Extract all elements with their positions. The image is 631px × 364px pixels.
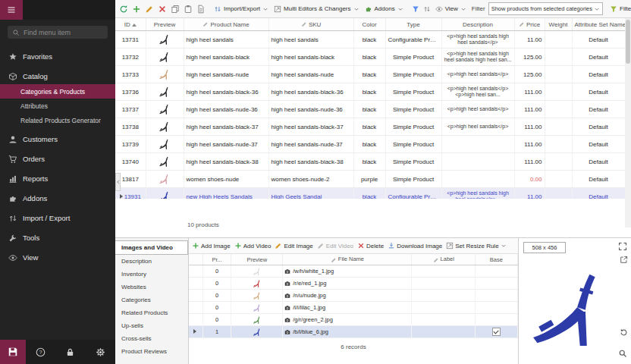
sidebar-item-orders[interactable]: Orders <box>0 151 115 167</box>
sidebar-item-customers[interactable]: Customers <box>0 131 115 147</box>
column-label: Type <box>407 21 419 28</box>
table-row[interactable]: 13739high heel sandals-nude-37high heel … <box>115 136 625 153</box>
edit-product-button[interactable] <box>143 3 155 15</box>
lock-button[interactable] <box>55 347 85 357</box>
download-image-button[interactable]: Download Image <box>388 242 442 249</box>
media-column-header-label[interactable]: Label <box>412 254 476 265</box>
refresh-button[interactable] <box>118 3 130 15</box>
edit-image-button[interactable]: Edit Image <box>275 242 312 249</box>
addons-dropdown[interactable]: Addons <box>363 4 406 14</box>
panel-collapse-handle[interactable] <box>115 173 121 191</box>
tab-images-and-video[interactable]: Images and Video <box>115 240 188 255</box>
sidebar-item-catalog[interactable]: Catalog <box>0 68 115 84</box>
copy-button[interactable] <box>169 3 181 15</box>
filter-quick-button[interactable] <box>410 4 421 14</box>
column-header-product-name[interactable]: Product Name <box>184 18 268 31</box>
scrollbar-handle[interactable] <box>626 20 630 64</box>
settings-button[interactable] <box>86 347 115 357</box>
filters-button[interactable]: Filters <box>607 4 631 14</box>
add-product-button[interactable] <box>130 3 143 15</box>
selected-row-marker <box>193 329 196 334</box>
add-video-button[interactable]: Add Video <box>234 242 272 249</box>
table-row[interactable]: 13736high heel sandals-black-36high heel… <box>115 83 625 101</box>
column-header-type[interactable]: Type <box>385 18 441 31</box>
cell-type: Simple Product <box>393 106 434 113</box>
menu-toggle-button[interactable] <box>0 0 23 20</box>
media-column-header-file-name[interactable]: File Name <box>283 254 412 265</box>
zoom-icon[interactable] <box>618 349 627 358</box>
import-export-dropdown[interactable]: Import/Export <box>212 4 271 14</box>
column-header-color[interactable]: Color <box>353 18 385 31</box>
table-row[interactable]: 13733high heel sandals-nudehigh heel san… <box>115 66 625 83</box>
tab-description[interactable]: Description <box>115 255 188 268</box>
column-header-preview[interactable]: Preview <box>146 18 184 31</box>
tab-cross-sells[interactable]: Cross-sells <box>115 332 188 345</box>
tab-categories[interactable]: Categories <box>115 293 188 306</box>
image-preview-panel: 508 x 456 <box>518 237 631 364</box>
cell-attribute-set: Default <box>589 141 607 148</box>
chevron-down-icon <box>501 243 507 249</box>
view-dropdown[interactable]: View <box>433 4 469 14</box>
tab-inventory[interactable]: Inventory <box>115 268 188 281</box>
base-checkbox[interactable] <box>492 328 501 336</box>
media-column-header-base[interactable]: Base <box>476 254 518 265</box>
table-row[interactable]: 13740high heel sandals-black-38high heel… <box>115 153 625 171</box>
sidebar-item-tools[interactable]: Tools <box>0 230 115 246</box>
save-button[interactable] <box>0 340 26 364</box>
open-external-icon[interactable] <box>620 256 628 264</box>
table-row[interactable]: 13737high heel sandals-nude-36high heel … <box>115 101 625 118</box>
table-row[interactable]: 13817women shoes-nudewomen shoes-nude-2p… <box>115 171 625 188</box>
rotate-icon[interactable] <box>620 328 628 337</box>
sidebar-item-favorites[interactable]: Favorites <box>0 49 115 64</box>
column-header-weight[interactable]: Weight <box>545 18 572 31</box>
sidebar-item-reports[interactable]: Reports <box>0 171 115 187</box>
table-row[interactable]: 13732high heel sandals-blackhigh heel sa… <box>115 49 625 66</box>
table-row[interactable]: 13738high heel sandals-black-37high heel… <box>115 118 625 136</box>
media-thumbnail-icon <box>253 291 262 300</box>
table-row[interactable]: 13931new High Heels SandalsHigh Geels Sa… <box>115 188 625 199</box>
document-button[interactable] <box>195 3 207 15</box>
set-resize-rule-button[interactable]: Set Resize Rule <box>446 242 506 249</box>
cell-id: 13817 <box>122 176 139 183</box>
delete-product-button[interactable] <box>156 3 168 15</box>
multi-editors-dropdown[interactable]: Multi Editors & Changers <box>272 4 361 14</box>
tab-product-reviews[interactable]: Product Reviews <box>115 345 188 358</box>
add-image-button[interactable]: Add Image <box>192 242 231 249</box>
cell-id: 13732 <box>122 54 139 61</box>
chevron-down-icon <box>353 6 359 12</box>
media-column-header-pr[interactable]: Pr... <box>203 254 231 265</box>
media-column-header-preview[interactable]: Preview <box>231 254 283 265</box>
column-header-id[interactable]: ID <box>115 18 146 31</box>
sidebar-item-import-export[interactable]: Import / Export <box>0 210 115 226</box>
media-column-header-indicator[interactable] <box>189 254 203 265</box>
sort-button[interactable] <box>422 4 432 14</box>
fullscreen-icon[interactable] <box>618 242 627 251</box>
column-header-attribute-set-name[interactable]: Attribute Set Name <box>572 18 625 31</box>
tab-up-sells[interactable]: Up-sells <box>115 319 188 332</box>
sidebar-item-attributes[interactable]: Attributes <box>0 99 115 113</box>
help-button[interactable] <box>26 347 55 357</box>
product-image-blue-heel <box>526 258 614 359</box>
product-thumbnail-icon <box>159 103 171 115</box>
paste-button[interactable] <box>182 3 194 15</box>
edit-video-button[interactable]: Edit Video <box>317 242 353 249</box>
sidebar-item-view[interactable]: View <box>0 249 115 265</box>
table-row[interactable]: 13731high heel sandalshigh heel sandalsb… <box>115 31 625 49</box>
tab-related-products[interactable]: Related Products <box>115 306 188 319</box>
sidebar-item-addons[interactable]: Addons <box>0 190 115 206</box>
tab-websites[interactable]: Websites <box>115 281 188 293</box>
filter-select[interactable]: Show products from selected categories <box>488 2 603 15</box>
cell-color: black <box>363 193 377 199</box>
pencil-icon <box>317 242 325 249</box>
grid-vertical-scrollbar[interactable] <box>625 18 631 228</box>
delete-image-button[interactable]: Delete <box>357 242 384 249</box>
products-table-body: 13731high heel sandalshigh heel sandalsb… <box>115 31 625 199</box>
sidebar-item-related-products-generator[interactable]: Related Products Generator <box>0 113 115 127</box>
sidebar-search-input[interactable]: Find menu item <box>8 26 108 39</box>
column-header-sku[interactable]: SKU <box>268 18 353 31</box>
delete-icon <box>158 5 167 14</box>
sidebar-item-categories-products[interactable]: Categories & Products <box>0 84 115 99</box>
column-header-price[interactable]: Price <box>514 18 545 31</box>
column-header-description[interactable]: Description <box>441 18 514 31</box>
filters-funnel-icon <box>610 5 617 13</box>
